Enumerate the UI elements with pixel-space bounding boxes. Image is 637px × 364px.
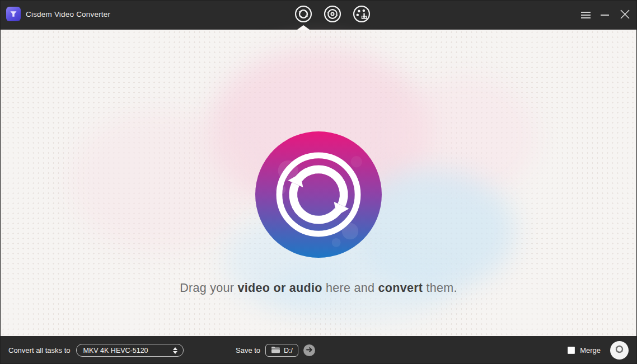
drop-hint-text: Drag your video or audio here and conver… xyxy=(1,281,636,295)
titlebar: Cisdem Video Converter xyxy=(1,1,636,30)
merge-checkbox[interactable] xyxy=(568,347,575,354)
convert-icon xyxy=(612,342,626,358)
minimize-button[interactable] xyxy=(596,1,613,30)
open-folder-button[interactable] xyxy=(303,344,315,356)
convert-icon xyxy=(294,4,313,26)
arrow-right-icon xyxy=(306,346,313,356)
app-title: Cisdem Video Converter xyxy=(26,10,110,18)
video-download-icon xyxy=(352,4,371,26)
save-path-button[interactable]: D:/ xyxy=(265,344,298,357)
active-tab-notch xyxy=(297,25,310,30)
app-logo-icon xyxy=(6,7,21,21)
watercolor-blob xyxy=(68,108,252,253)
hero-convert-icon xyxy=(255,131,382,258)
save-to-label: Save to xyxy=(236,346,260,354)
app-window: Cisdem Video Converter xyxy=(0,0,637,364)
tab-toolbox[interactable] xyxy=(323,6,342,25)
output-format-value: MKV 4K HEVC-5120 xyxy=(83,347,173,354)
menu-button[interactable] xyxy=(577,1,594,30)
convert-all-label: Convert all tasks to xyxy=(8,346,71,354)
folder-icon xyxy=(271,346,280,356)
close-button[interactable] xyxy=(615,1,634,30)
watercolor-blob xyxy=(392,74,538,197)
footer-bar: Convert all tasks to MKV 4K HEVC-5120 Sa… xyxy=(1,336,636,364)
start-convert-button[interactable] xyxy=(610,341,629,360)
tab-video-download[interactable] xyxy=(352,6,371,25)
hamburger-icon xyxy=(581,12,591,18)
app-identity: Cisdem Video Converter xyxy=(6,7,110,21)
close-icon xyxy=(620,10,630,21)
tab-convert[interactable] xyxy=(294,6,313,25)
merge-label: Merge xyxy=(580,346,601,354)
save-path-value: D:/ xyxy=(284,347,293,354)
toolbox-icon xyxy=(323,4,342,26)
stepper-arrows-icon xyxy=(173,347,177,354)
drop-zone[interactable]: Drag your video or audio here and conver… xyxy=(1,30,636,336)
output-format-select[interactable]: MKV 4K HEVC-5120 xyxy=(76,344,184,357)
minimize-icon xyxy=(601,15,609,16)
